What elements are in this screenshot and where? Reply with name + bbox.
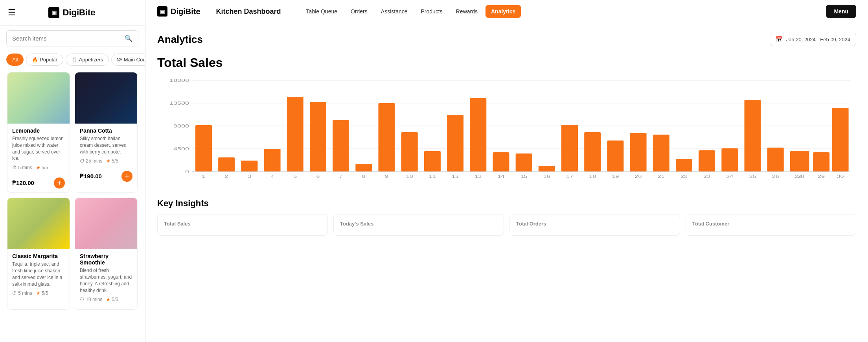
svg-rect-22 (470, 98, 486, 172)
svg-text:3: 3 (248, 174, 251, 179)
svg-text:7: 7 (339, 174, 343, 179)
svg-rect-14 (287, 97, 303, 172)
svg-rect-21 (447, 115, 463, 172)
svg-rect-29 (630, 133, 647, 172)
svg-text:2: 2 (225, 174, 228, 179)
nav-link-analytics[interactable]: Analytics (485, 5, 521, 18)
insights-grid: Total Sales Today's Sales Total Orders T… (157, 214, 856, 236)
insight-card-total-sales: Total Sales (157, 214, 328, 236)
svg-rect-11 (218, 157, 235, 172)
svg-text:23: 23 (703, 174, 710, 179)
svg-rect-19 (401, 132, 418, 172)
svg-rect-39 (832, 108, 849, 172)
add-item-button[interactable]: + (121, 171, 132, 182)
list-item[interactable]: Strawberry Smoothie Blend of fresh straw… (75, 198, 138, 310)
svg-rect-16 (333, 120, 349, 172)
svg-text:29: 29 (818, 174, 825, 179)
item-time: ⏱ 5 mins (12, 290, 32, 296)
svg-text:6: 6 (316, 174, 320, 179)
search-bar[interactable]: 🔍 (6, 30, 138, 46)
nav-link-rewards[interactable]: Rewards (451, 5, 483, 18)
add-item-button[interactable]: + (54, 177, 65, 189)
analytics-content: Analytics 📅 Jan 20, 2024 - Feb 09, 2024 … (145, 23, 868, 342)
insight-card-today-sales: Today's Sales (333, 214, 504, 236)
page-title: Analytics (157, 33, 203, 46)
list-item[interactable]: Lemonade Freshly squeezed lemon juice mi… (7, 72, 70, 193)
svg-text:16: 16 (543, 174, 550, 179)
sidebar: ☰ ▣ DigiBite 🔍 All 🔥 Popular 🍴 Appetizer… (0, 0, 145, 342)
filter-tab-all[interactable]: All (6, 54, 24, 66)
insight-label: Today's Sales (340, 221, 497, 227)
filter-tab-main-course[interactable]: 🍽 Main Course (111, 54, 145, 66)
svg-text:15: 15 (520, 174, 528, 179)
item-desc: Blend of fresh strawberries, yogurt, and… (80, 267, 132, 294)
svg-rect-31 (676, 159, 692, 172)
main-panel: ▣ DigiBite Kitchen Dashboard Table Queue… (145, 0, 868, 342)
svg-rect-25 (539, 166, 555, 172)
list-item[interactable]: Classic Margarita Tequila, triple sec, a… (7, 198, 70, 310)
insight-label: Total Customer (692, 221, 850, 227)
menu-button[interactable]: Menu (826, 5, 856, 18)
svg-text:20: 20 (635, 174, 642, 179)
filter-tab-popular[interactable]: 🔥 Popular (26, 54, 63, 66)
svg-text:13500: 13500 (169, 101, 189, 105)
svg-text:12: 12 (452, 174, 459, 179)
item-image-smoothie (75, 198, 137, 249)
item-price: ₱190.00 (80, 173, 102, 180)
item-name: Strawberry Smoothie (80, 253, 132, 266)
svg-text:18: 18 (589, 174, 596, 179)
svg-rect-12 (241, 161, 257, 172)
nav-link-orders[interactable]: Orders (345, 5, 373, 18)
svg-text:18000: 18000 (169, 78, 189, 83)
nav-link-assistance[interactable]: Assistance (375, 5, 413, 18)
svg-rect-20 (424, 151, 441, 172)
sidebar-header: ☰ ▣ DigiBite (0, 0, 145, 26)
item-image-margarita (7, 198, 70, 249)
svg-text:8: 8 (362, 174, 366, 179)
item-rating: ★ 5/5 (106, 158, 118, 164)
nav-links: Table Queue Orders Assistance Products R… (301, 5, 815, 18)
svg-text:9000: 9000 (173, 124, 189, 128)
svg-text:0: 0 (185, 169, 189, 174)
nav-link-table-queue[interactable]: Table Queue (301, 5, 343, 18)
svg-text:24: 24 (726, 174, 734, 179)
filter-tabs: All 🔥 Popular 🍴 Appetizers 🍽 Main Course (0, 51, 145, 70)
item-time: ⏱ 10 mins (80, 297, 102, 302)
svg-rect-35 (767, 148, 784, 172)
item-desc: Silky smooth Italian cream dessert, serv… (80, 135, 132, 155)
svg-text:11: 11 (429, 174, 436, 179)
chart-svg: 18000 13500 9000 4500 0 (157, 76, 856, 187)
sidebar-logo-text: DigiBite (63, 7, 95, 18)
top-nav: ▣ DigiBite Kitchen Dashboard Table Queue… (145, 0, 868, 23)
item-time: ⏱ 5 mins (12, 165, 32, 170)
item-rating: ★ 5/5 (36, 165, 48, 170)
items-grid: Lemonade Freshly squeezed lemon juice mi… (0, 70, 145, 317)
filter-tab-appetizers[interactable]: 🍴 Appetizers (66, 54, 109, 66)
list-item[interactable]: Panna Cotta Silky smooth Italian cream d… (75, 72, 138, 193)
hamburger-icon[interactable]: ☰ (8, 7, 16, 18)
nav-link-products[interactable]: Products (416, 5, 448, 18)
search-input[interactable] (12, 35, 121, 42)
svg-text:5: 5 (293, 174, 297, 179)
date-range-text: Jan 20, 2024 - Feb 09, 2024 (786, 37, 850, 43)
insight-card-total-customers: Total Customer (686, 214, 856, 236)
svg-text:4500: 4500 (173, 146, 189, 151)
svg-text:30: 30 (837, 174, 844, 179)
svg-rect-37 (793, 151, 809, 172)
svg-rect-38 (813, 152, 829, 172)
svg-text:22: 22 (680, 174, 688, 179)
item-rating: ★ 5/5 (36, 290, 48, 296)
svg-rect-15 (310, 102, 326, 172)
svg-rect-27 (584, 132, 601, 172)
svg-rect-24 (516, 153, 532, 172)
svg-rect-33 (721, 148, 738, 172)
svg-text:10: 10 (406, 174, 413, 179)
item-price: ₱120.00 (12, 179, 34, 187)
search-icon: 🔍 (125, 35, 132, 42)
item-name: Classic Margarita (12, 253, 65, 259)
date-range-picker[interactable]: 📅 Jan 20, 2024 - Feb 09, 2024 (770, 33, 856, 46)
insight-label: Total Sales (164, 221, 321, 227)
key-insights-title: Key Insights (157, 198, 856, 209)
svg-rect-28 (607, 140, 623, 172)
chart-section-title: Total Sales (157, 55, 856, 70)
